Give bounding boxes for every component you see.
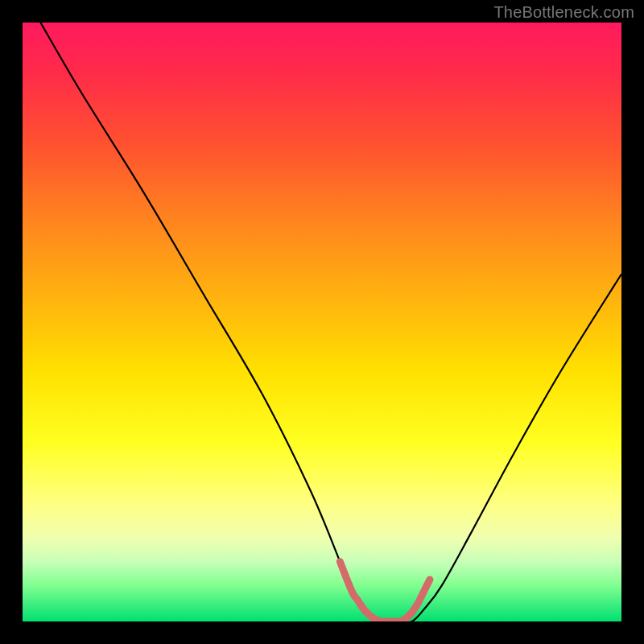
bottleneck-curve	[40, 23, 621, 621]
highlight-trough	[340, 562, 430, 621]
plot-area	[23, 23, 621, 621]
watermark-text: TheBottleneck.com	[493, 3, 634, 22]
curve-svg	[23, 23, 621, 621]
chart-frame: TheBottleneck.com	[0, 0, 644, 644]
